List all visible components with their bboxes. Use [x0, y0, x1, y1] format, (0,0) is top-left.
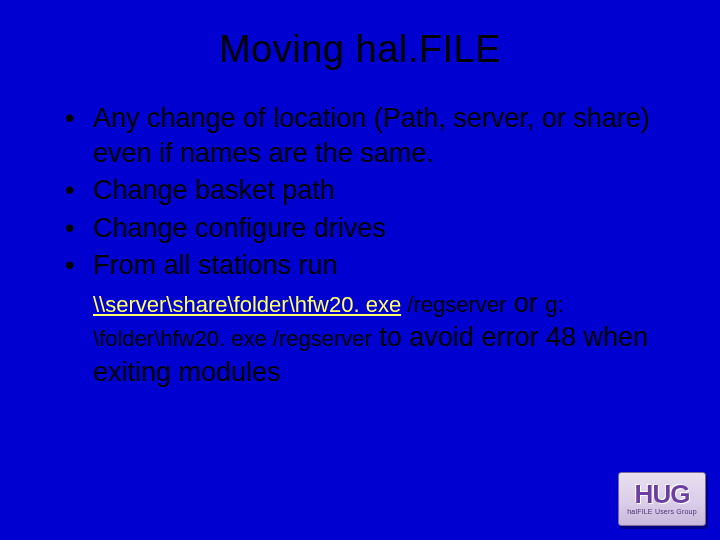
cmd-tail: /regserver [401, 292, 506, 317]
list-item: From all stations run [61, 248, 665, 283]
logo-subtext: halFILE Users Group [627, 508, 697, 515]
slide: Moving hal.FILE Any change of location (… [0, 0, 720, 540]
list-item: Any change of location (Path, server, or… [61, 101, 665, 170]
or-text: or [506, 288, 545, 318]
logo-badge: HUG halFILE Users Group [618, 472, 706, 526]
list-item: Change basket path [61, 173, 665, 208]
bullet-list: Any change of location (Path, server, or… [55, 101, 665, 283]
sub-text: \\server\share\folder\hfw20. exe /regser… [55, 286, 665, 390]
page-title: Moving hal.FILE [55, 28, 665, 71]
list-item: Change configure drives [61, 211, 665, 246]
unc-path-link[interactable]: \\server\share\folder\hfw20. exe [93, 292, 401, 317]
logo-text: HUG [635, 483, 690, 506]
